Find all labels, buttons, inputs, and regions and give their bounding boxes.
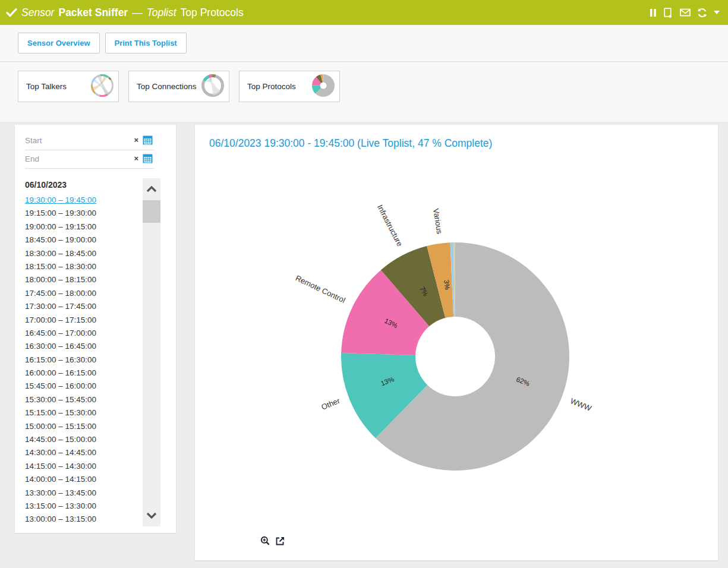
time-range-item[interactable]: 14:30:00 – 14:45:00 [25, 446, 141, 459]
tab-label: Top Connections [137, 82, 197, 91]
time-range-item[interactable]: 15:30:00 – 15:45:00 [25, 393, 141, 406]
tab-label: Top Talkers [26, 82, 67, 91]
time-range-item[interactable]: 13:00:00 – 13:15:00 [25, 513, 141, 526]
donut-percent-label: 3% [443, 279, 451, 290]
time-range-item[interactable]: 19:15:00 – 19:30:00 [25, 207, 141, 220]
time-range-item[interactable]: 19:30:00 – 19:45:00 [25, 194, 141, 207]
print-toplist-button[interactable]: Print This Toplist [105, 33, 187, 53]
protocols-donut-chart: 62%WWW13%Other13%Remote Control7%Infrast… [195, 154, 718, 535]
breadcrumb-sensor-label: Sensor [21, 7, 54, 19]
scrollbar-thumb[interactable] [143, 200, 160, 223]
open-external-icon[interactable] [275, 536, 285, 546]
calendar-icon[interactable] [143, 135, 153, 147]
toolbar: Sensor Overview Print This Toplist [0, 25, 728, 62]
clear-start-icon[interactable]: × [134, 136, 138, 144]
scroll-up-icon[interactable] [143, 178, 160, 200]
donut-name-label: Various [431, 208, 444, 235]
start-date-input[interactable] [25, 132, 108, 149]
donut-hole [320, 82, 327, 89]
breadcrumb-separator: — [132, 7, 143, 19]
tab-top-protocols[interactable]: Top Protocols [239, 71, 340, 102]
breadcrumb-sensor-name[interactable]: Packet Sniffer [58, 7, 128, 19]
donut-name-label: WWW [569, 396, 593, 413]
tab-top-connections[interactable]: Top Connections [128, 71, 229, 102]
time-range-item[interactable]: 19:00:00 – 19:15:00 [25, 220, 141, 233]
add-report-icon[interactable] [663, 8, 673, 18]
donut-name-label: Remote Control [294, 273, 347, 305]
scroll-down-icon[interactable] [143, 505, 160, 526]
pause-icon[interactable] [650, 8, 657, 17]
chord-diagram-icon [90, 73, 115, 100]
check-icon [6, 8, 17, 17]
end-date-input[interactable] [25, 150, 108, 167]
time-range-item[interactable]: 17:45:00 – 18:00:00 [25, 287, 141, 300]
donut-chart-icon [311, 73, 336, 100]
sensor-overview-button[interactable]: Sensor Overview [18, 33, 100, 53]
time-range-item[interactable]: 18:30:00 – 18:45:00 [25, 247, 141, 260]
tab-label: Top Protocols [247, 82, 296, 91]
tab-top-talkers[interactable]: Top Talkers [18, 71, 119, 102]
zoom-in-icon[interactable] [260, 536, 270, 546]
time-range-item[interactable]: 18:00:00 – 18:15:00 [25, 273, 141, 286]
breadcrumb-toplist-name: Top Protocols [181, 7, 244, 19]
header-actions [650, 0, 720, 25]
time-range-item[interactable]: 16:45:00 – 17:00:00 [25, 327, 141, 340]
toplist-chart-panel: 06/10/2023 19:30:00 - 19:45:00 (Live Top… [195, 125, 718, 560]
time-range-item[interactable]: 17:30:00 – 17:45:00 [25, 300, 141, 313]
time-range-item[interactable]: 15:00:00 – 15:15:00 [25, 420, 141, 433]
time-range-item[interactable]: 16:00:00 – 16:15:00 [25, 367, 141, 380]
time-range-item[interactable]: 16:30:00 – 16:45:00 [25, 340, 141, 353]
time-range-item[interactable]: 16:15:00 – 16:30:00 [25, 354, 141, 367]
time-range-item[interactable]: 13:30:00 – 13:45:00 [25, 487, 141, 500]
time-range-item[interactable]: 14:15:00 – 14:30:00 [25, 460, 141, 473]
start-date-row: × [25, 132, 155, 150]
time-range-item[interactable]: 14:45:00 – 15:00:00 [25, 433, 141, 446]
time-range-item[interactable]: 18:45:00 – 19:00:00 [25, 233, 141, 247]
time-range-item[interactable]: 17:00:00 – 17:15:00 [25, 314, 141, 327]
time-range-item[interactable]: 13:15:00 – 13:30:00 [25, 500, 141, 513]
donut-name-label: Other [320, 396, 341, 411]
toplist-sidebar: × × 06/10/2023 19:30:00 – 19:45:0019:15:… [15, 125, 176, 533]
time-range-item[interactable]: 14:00:00 – 14:15:00 [25, 473, 141, 486]
toplist-tabs: Top Talkers Top Connections [0, 62, 728, 122]
header-bar: Sensor Packet Sniffer — Toplist Top Prot… [0, 0, 728, 25]
donut-hole [415, 317, 495, 396]
chart-footer [260, 536, 285, 546]
end-date-row: × [25, 150, 155, 169]
chord-diagram-icon [200, 73, 225, 100]
time-range-item[interactable]: 15:15:00 – 15:30:00 [25, 406, 141, 419]
time-range-item[interactable]: 15:45:00 – 16:00:00 [25, 380, 141, 393]
breadcrumb-toplist-label: Toplist [147, 7, 177, 19]
time-list-scrollbar[interactable] [143, 178, 160, 526]
donut-name-label: Infrastructure [376, 203, 405, 248]
clear-end-icon[interactable]: × [134, 154, 138, 163]
time-range-list: 19:30:00 – 19:45:0019:15:00 – 19:30:0019… [25, 194, 141, 526]
refresh-icon[interactable] [697, 8, 707, 18]
time-range-item[interactable]: 18:15:00 – 18:30:00 [25, 260, 141, 273]
chart-title: 06/10/2023 19:30:00 - 19:45:00 (Live Top… [209, 137, 492, 150]
calendar-icon[interactable] [143, 153, 153, 166]
email-icon[interactable] [680, 8, 691, 17]
caret-down-icon[interactable] [714, 11, 720, 14]
